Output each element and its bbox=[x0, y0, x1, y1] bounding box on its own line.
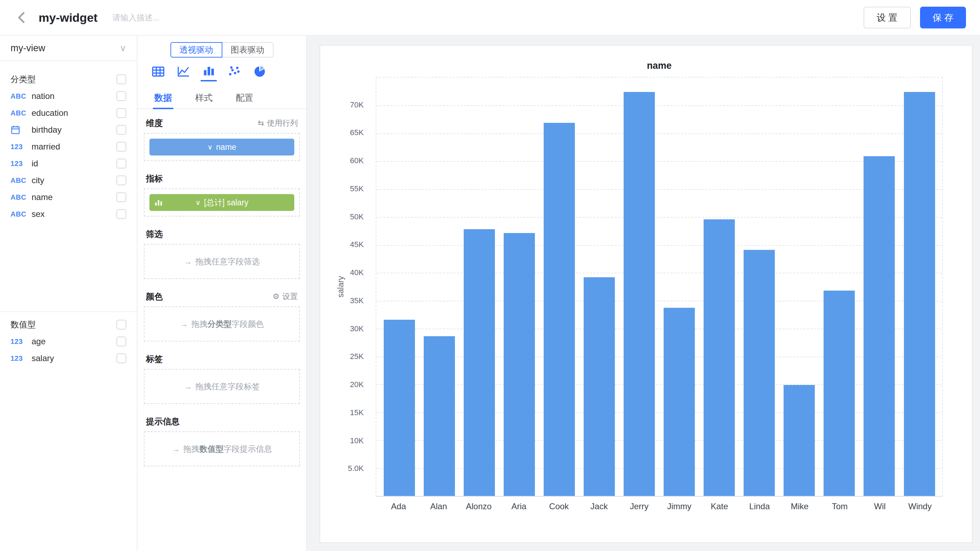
bar-rect bbox=[904, 92, 935, 496]
filter-label: 筛选 bbox=[146, 228, 163, 240]
bar-rect bbox=[824, 291, 855, 496]
page-title: my-widget bbox=[38, 11, 97, 25]
y-axis-labels: 5.0K10K15K20K25K30K35K40K45K50K55K60K65K… bbox=[320, 77, 373, 497]
bar[interactable] bbox=[419, 78, 459, 496]
checkbox[interactable] bbox=[116, 142, 126, 151]
x-tick-label: Tom bbox=[820, 502, 860, 511]
bar[interactable] bbox=[459, 78, 499, 496]
field-item-age[interactable]: 123 age bbox=[0, 333, 137, 350]
field-item-id[interactable]: 123 id bbox=[0, 155, 137, 172]
field-item-birthday[interactable]: birthday bbox=[0, 121, 137, 138]
x-tick-label: Jack bbox=[579, 502, 619, 511]
bar[interactable] bbox=[659, 78, 699, 496]
checkbox[interactable] bbox=[116, 336, 126, 346]
chart-region: name salary 5.0K10K15K20K25K30K35K40K45K… bbox=[307, 36, 980, 551]
checkbox[interactable] bbox=[116, 175, 126, 185]
tooltip-label: 提示信息 bbox=[146, 416, 180, 427]
bar-rect bbox=[464, 229, 495, 496]
x-tick-label: Alonzo bbox=[459, 502, 499, 511]
bar[interactable] bbox=[780, 78, 819, 496]
metric-dropzone[interactable]: ∨ [总计] salary bbox=[144, 188, 300, 217]
bar[interactable] bbox=[699, 78, 740, 496]
bar[interactable] bbox=[740, 78, 780, 496]
label-header: 标签 bbox=[144, 354, 300, 365]
mode-tab-chart[interactable]: 图表驱动 bbox=[222, 42, 274, 57]
description-input[interactable] bbox=[112, 13, 259, 22]
color-dropzone[interactable]: → 拖拽分类型字段颜色 bbox=[144, 306, 300, 341]
checkbox[interactable] bbox=[116, 354, 126, 363]
bar[interactable] bbox=[539, 78, 579, 496]
back-icon[interactable] bbox=[14, 10, 29, 25]
app-header: my-widget 设 置 保 存 bbox=[0, 0, 980, 36]
table-icon[interactable] bbox=[150, 64, 166, 81]
metric-pill[interactable]: ∨ [总计] salary bbox=[150, 194, 294, 211]
x-tick-label: Kate bbox=[699, 502, 740, 511]
field-type-badge: 123 bbox=[11, 160, 32, 168]
checkbox[interactable] bbox=[116, 192, 126, 202]
tab-data[interactable]: 数据 bbox=[153, 88, 173, 108]
view-selector[interactable]: my-view ∨ bbox=[0, 36, 137, 61]
tooltip-dropzone[interactable]: → 拖拽数值型字段提示信息 bbox=[144, 431, 300, 467]
bar-rect bbox=[864, 156, 895, 496]
checkbox[interactable] bbox=[116, 209, 126, 219]
bar[interactable] bbox=[859, 78, 899, 496]
chart-type-toolbar bbox=[137, 63, 306, 81]
checkbox[interactable] bbox=[116, 108, 126, 118]
checkbox[interactable] bbox=[116, 75, 126, 84]
y-tick-label: 30K bbox=[350, 324, 364, 333]
field-item-sex[interactable]: ABC sex bbox=[0, 205, 137, 223]
mode-tab-pivot[interactable]: 透视驱动 bbox=[170, 42, 223, 57]
bar-rect bbox=[384, 320, 415, 496]
arrow-right-icon: → bbox=[184, 382, 192, 391]
checkbox[interactable] bbox=[116, 320, 126, 330]
filter-dropzone[interactable]: → 拖拽任意字段筛选 bbox=[144, 244, 300, 279]
label-label: 标签 bbox=[146, 354, 163, 365]
mode-switcher: 透视驱动 图表驱动 bbox=[137, 42, 306, 57]
label-dropzone[interactable]: → 拖拽任意字段标签 bbox=[144, 369, 300, 404]
tab-config[interactable]: 配置 bbox=[234, 88, 255, 108]
x-tick-label: Mike bbox=[780, 502, 820, 511]
color-header: 颜色 ⚙ 设置 bbox=[144, 291, 300, 302]
bar[interactable] bbox=[819, 78, 859, 496]
config-panel: 透视驱动 图表驱动 数据 样式 配置 bbox=[137, 36, 307, 551]
pie-icon[interactable] bbox=[251, 64, 267, 81]
tab-style[interactable]: 样式 bbox=[194, 88, 214, 108]
settings-button[interactable]: 设 置 bbox=[864, 7, 911, 29]
field-item-married[interactable]: 123 married bbox=[0, 138, 137, 155]
field-item-education[interactable]: ABC education bbox=[0, 105, 137, 121]
plot-area bbox=[375, 77, 943, 497]
chart-card: name salary 5.0K10K15K20K25K30K35K40K45K… bbox=[320, 45, 973, 543]
bar-rect bbox=[744, 250, 775, 496]
field-item-city[interactable]: ABC city bbox=[0, 172, 137, 189]
tooltip-header: 提示信息 bbox=[144, 416, 300, 427]
save-button[interactable]: 保 存 bbox=[920, 7, 966, 29]
bar[interactable] bbox=[379, 78, 419, 496]
bar[interactable] bbox=[579, 78, 619, 496]
color-settings-button[interactable]: ⚙ 设置 bbox=[272, 291, 298, 302]
y-tick-label: 65K bbox=[350, 128, 364, 137]
checkbox[interactable] bbox=[116, 159, 126, 169]
bar-series bbox=[376, 78, 942, 496]
checkbox[interactable] bbox=[116, 91, 126, 101]
line-chart-icon[interactable] bbox=[175, 64, 191, 81]
bar-chart-icon[interactable] bbox=[200, 64, 217, 81]
bar[interactable] bbox=[899, 78, 939, 496]
section-header-numeric: 数值型 bbox=[0, 316, 137, 333]
use-rows-cols-button[interactable]: ⇆ 使用行列 bbox=[258, 118, 298, 129]
bar[interactable] bbox=[619, 78, 659, 496]
scatter-icon[interactable] bbox=[226, 64, 242, 81]
bar[interactable] bbox=[499, 78, 539, 496]
field-type-badge: 123 bbox=[11, 143, 32, 151]
field-type-badge: ABC bbox=[11, 109, 32, 117]
section-label: 分类型 bbox=[11, 74, 36, 85]
checkbox[interactable] bbox=[116, 125, 126, 135]
x-tick-label: Cook bbox=[539, 502, 579, 511]
dimension-dropzone[interactable]: ∨ name bbox=[144, 133, 300, 161]
dimension-pill[interactable]: ∨ name bbox=[150, 139, 294, 156]
field-item-name[interactable]: ABC name bbox=[0, 189, 137, 205]
field-item-nation[interactable]: ABC nation bbox=[0, 88, 137, 105]
arrow-right-icon: → bbox=[172, 444, 180, 454]
y-tick-label: 15K bbox=[350, 408, 364, 417]
x-tick-label: Linda bbox=[740, 502, 780, 511]
field-item-salary[interactable]: 123 salary bbox=[0, 350, 137, 367]
